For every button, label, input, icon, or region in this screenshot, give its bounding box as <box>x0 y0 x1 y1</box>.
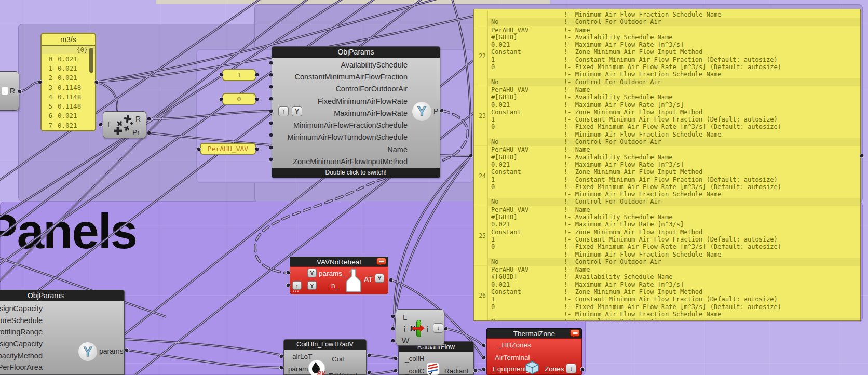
double-click-bar[interactable]: Double click to switch! <box>272 168 440 178</box>
left-param-component[interactable]: R <box>0 71 19 111</box>
thermal-output-zones: Zones <box>545 365 564 373</box>
graft-icon[interactable]: Y <box>375 274 384 283</box>
idf-line: 0 !- Fixed Minimum Air Flow Rate [m^3/s]… <box>488 183 860 191</box>
objparams-top-title[interactable]: ObjParams <box>272 47 440 58</box>
radiant-flow-component[interactable]: RadiantFlow _coilH _coilC Radiant <box>398 341 474 375</box>
idf-line: No !- Control For Outdoor Air <box>488 78 860 86</box>
zone-cube-icon <box>525 360 539 375</box>
warning-balloon-icon[interactable] <box>570 329 580 337</box>
wire-port[interactable] <box>286 283 291 288</box>
warning-balloon-icon[interactable] <box>376 258 386 265</box>
wire-port[interactable] <box>147 117 152 122</box>
objparams-bottom-title[interactable]: ObjParams <box>0 290 124 301</box>
param-icon <box>2 87 8 95</box>
wire-port[interactable] <box>286 271 291 275</box>
wire-port[interactable] <box>482 367 486 372</box>
wire-port[interactable] <box>279 354 284 359</box>
input-label: MinimumAirFlowFractionSchedule <box>293 121 408 129</box>
wire-port[interactable] <box>147 131 152 136</box>
wire-port[interactable] <box>18 89 22 94</box>
wire-port[interactable] <box>219 97 224 102</box>
wire-port[interactable] <box>255 147 260 152</box>
value-panel-zero[interactable]: 0 <box>222 93 256 105</box>
item-input-l: L <box>403 313 407 322</box>
wire-port[interactable] <box>367 353 372 358</box>
idf-text-panel[interactable]: !- Minimum Air Flow Fraction Schedule Na… <box>473 9 861 321</box>
wire-port[interactable] <box>219 73 224 77</box>
input-label: HeatingDesignCapacity <box>0 340 43 348</box>
wire-port[interactable] <box>860 154 864 158</box>
wire-port[interactable] <box>269 109 274 114</box>
panel-row: 5 0.1148 <box>42 101 95 111</box>
idf-line: 1 !- Constant Minimum Air Flow Fraction … <box>488 236 860 243</box>
simplify-icon[interactable]: ↓ <box>566 364 576 373</box>
wire-port[interactable] <box>269 133 274 138</box>
idf-block: 25 PerAHU_VAV !- Name #[GUID] !- Availab… <box>474 206 860 265</box>
wire-port[interactable] <box>391 339 396 343</box>
group-label-panels: Panels <box>0 204 137 260</box>
list-item-component[interactable]: L i W N i ↓ <box>396 309 444 346</box>
wire-port[interactable] <box>269 157 274 162</box>
idf-line: !- Minimum Air Flow Fraction Schedule Na… <box>488 251 860 258</box>
idf-partial-block: !- Minimum Air Flow Fraction Schedule Na… <box>474 11 860 26</box>
vav-duct-icon <box>344 267 363 293</box>
wire-port[interactable] <box>269 97 274 101</box>
simplify-icon[interactable]: ↓ <box>433 323 443 333</box>
idf-line: Constant !- Zone Minimum Air Flow Input … <box>488 109 860 116</box>
wire-port[interactable] <box>94 80 99 85</box>
wire-port[interactable] <box>269 121 274 126</box>
wire-port[interactable] <box>440 109 444 113</box>
wire-port[interactable] <box>255 97 260 102</box>
idf-line: 0.021 !- Maximum Air Flow Rate [m^3/s] <box>488 281 860 288</box>
idf-line: PerAHU_VAV !- Name <box>488 26 860 34</box>
flow-values-panel[interactable]: m3/s {0} 0 0.021 1 0.021 2 0.021 3 0.114… <box>40 33 96 131</box>
value-panel-one[interactable]: 1 <box>222 69 256 81</box>
value-panel-name[interactable]: PerAHU_VAV <box>200 143 256 155</box>
wire-port[interactable] <box>38 80 43 85</box>
wire-port[interactable] <box>255 73 260 77</box>
vav-output-at: AT <box>364 275 373 284</box>
expand-component[interactable]: I R Pr <box>103 111 146 138</box>
thermal-zone-component[interactable]: ThermalZone _HBZones AirTerminal_ Equipm… <box>486 328 582 375</box>
wire-port[interactable] <box>391 314 396 319</box>
wire-port[interactable] <box>389 278 394 283</box>
graft-icon[interactable]: Y <box>307 269 317 277</box>
wire-port[interactable] <box>482 343 486 348</box>
param-label: R <box>10 87 15 95</box>
wire-port[interactable] <box>444 327 449 331</box>
panel-row: 2 0.021 <box>42 73 95 83</box>
wire-port[interactable] <box>580 367 585 372</box>
wire-port[interactable] <box>394 356 398 361</box>
wire-port[interactable] <box>125 348 129 353</box>
wire-port[interactable] <box>469 154 473 158</box>
output-label-p: P <box>433 107 438 115</box>
wire-port[interactable] <box>269 85 274 89</box>
wire-port[interactable] <box>279 366 284 370</box>
wire-port[interactable] <box>473 369 478 373</box>
radiant-input-coilh: _coilH <box>405 355 425 363</box>
objparams-bottom-component[interactable]: ObjParams edHeatingDesignCapacity ntrolT… <box>0 290 125 375</box>
coil-component[interactable]: CoilHtn_LowTRadV airLoT params_ RV Coil … <box>283 339 367 375</box>
wire-port[interactable] <box>269 145 274 150</box>
vav-noreheat-component[interactable]: VAVNoReheat Y params_ ↑ Y n_ AT Y ••• <box>290 257 388 294</box>
item-input-w: W <box>402 336 409 345</box>
wire-port[interactable] <box>99 123 103 127</box>
graft-icon[interactable]: Y <box>292 106 302 116</box>
objparams-top-component[interactable]: ObjParams AvailabilitySchedule ConstantM… <box>272 46 440 178</box>
wire-port[interactable] <box>482 356 486 360</box>
coil-title[interactable]: CoilHtn_LowTRadV <box>284 340 366 350</box>
wire-port[interactable] <box>391 327 396 331</box>
wire-port[interactable] <box>269 73 274 77</box>
graft-icon[interactable]: Y <box>307 281 317 290</box>
idf-line: !- Minimum Air Flow Fraction Schedule Na… <box>488 131 860 138</box>
idf-line: Constant !- Zone Minimum Air Flow Input … <box>488 229 860 236</box>
idf-line: Constant !- Zone Minimum Air Flow Input … <box>488 168 860 176</box>
idf-blocks: 22 PerAHU_VAV !- Name #[GUID] !- Availab… <box>474 26 860 321</box>
wire-port[interactable] <box>197 147 201 152</box>
idf-line: 0.021 !- Maximum Air Flow Rate [m^3/s] <box>488 161 860 168</box>
wire-port[interactable] <box>394 369 398 373</box>
wire-port[interactable] <box>269 61 274 65</box>
panel-scrollbar[interactable] <box>89 48 93 73</box>
wire-port[interactable] <box>367 370 372 375</box>
flatten-icon[interactable]: ↑ <box>278 106 289 116</box>
